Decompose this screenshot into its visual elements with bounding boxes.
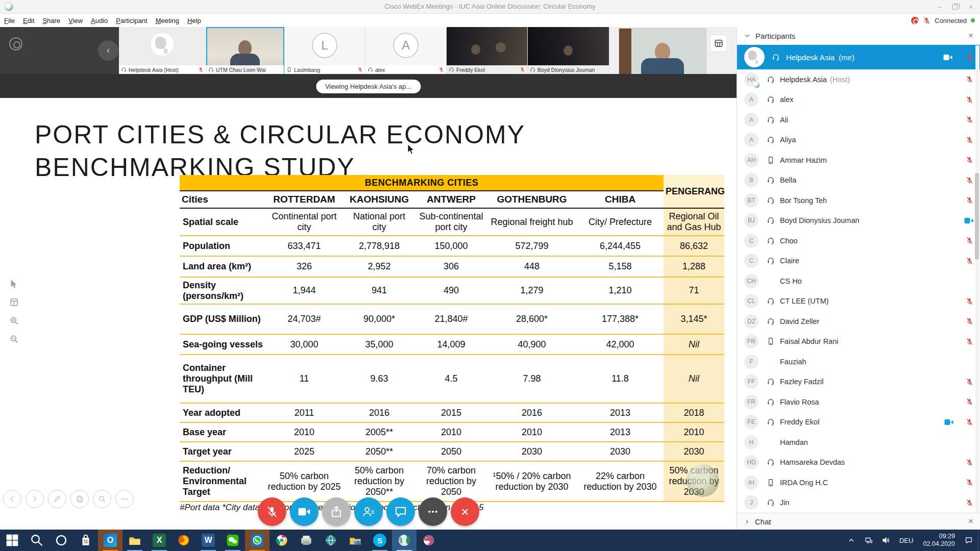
muted-mic-icon[interactable] bbox=[966, 459, 973, 466]
back-button[interactable] bbox=[3, 490, 21, 508]
participant-row[interactable]: CHCS Ho bbox=[737, 271, 980, 291]
video-tile-3[interactable]: LLasimbang bbox=[284, 27, 365, 74]
pages-button[interactable] bbox=[70, 490, 89, 508]
video-tile-4[interactable]: Aalex bbox=[365, 27, 447, 74]
muted-mic-icon[interactable] bbox=[966, 297, 973, 305]
taskbar-firefox[interactable] bbox=[172, 530, 196, 551]
taskbar-outlook[interactable]: O bbox=[98, 530, 122, 551]
tray-expand-button[interactable] bbox=[843, 530, 860, 551]
video-tile-6[interactable]: Boyd Dionysius Jouman bbox=[528, 27, 609, 74]
participant-row[interactable]: FRFaisal Abdur Rani bbox=[737, 332, 980, 352]
camera-button[interactable] bbox=[290, 497, 318, 526]
participant-row[interactable]: IHIRDA Ong H.C bbox=[737, 472, 980, 493]
chat-close-icon[interactable]: × bbox=[968, 516, 973, 527]
video-tile-1[interactable]: Helpdesk Asia (Host) bbox=[119, 27, 206, 74]
muted-mic-icon[interactable] bbox=[966, 479, 973, 486]
participant-row[interactable]: HDHamsareka Devdas bbox=[737, 453, 980, 473]
participant-row[interactable]: BTBor Tsong Teh bbox=[737, 190, 980, 211]
muted-mic-icon[interactable] bbox=[966, 156, 973, 164]
volume-icon[interactable] bbox=[877, 530, 895, 551]
active-speaker-video[interactable] bbox=[619, 28, 706, 81]
participant-row[interactable]: DZDavid Zeller bbox=[737, 311, 980, 332]
video-tile-2[interactable]: UTM Chau Loon Wai bbox=[206, 27, 284, 74]
muted-mic-icon[interactable] bbox=[966, 136, 973, 144]
participant-row[interactable]: HHamdan bbox=[737, 432, 980, 453]
show-desktop-button[interactable] bbox=[977, 530, 980, 551]
video-tile-5[interactable]: Freddy Ekol bbox=[447, 27, 528, 74]
taskbar-internet[interactable] bbox=[318, 530, 343, 551]
share-button[interactable] bbox=[322, 497, 351, 526]
magnifier-button[interactable] bbox=[93, 490, 111, 508]
menu-view[interactable]: View bbox=[64, 17, 87, 24]
participant-row[interactable]: CChoo bbox=[737, 231, 980, 251]
participants-close-icon[interactable]: × bbox=[968, 31, 973, 41]
participant-row[interactable]: CClaire bbox=[737, 251, 980, 271]
minimize-button[interactable]: – bbox=[938, 3, 941, 11]
participant-row[interactable]: FFFazley Fadzil bbox=[737, 372, 980, 392]
muted-mic-icon[interactable] bbox=[966, 378, 973, 386]
muted-mic-icon[interactable] bbox=[966, 338, 973, 345]
collapse-strip-button[interactable]: ‹ bbox=[98, 40, 118, 61]
muted-mic-icon[interactable] bbox=[966, 418, 973, 426]
taskbar-whatsapp[interactable] bbox=[245, 530, 270, 551]
end-meeting-button[interactable]: × bbox=[451, 497, 479, 526]
clock[interactable]: 09:29 02.04.2020 bbox=[918, 533, 960, 548]
participants-button[interactable] bbox=[354, 497, 383, 526]
chat-button[interactable] bbox=[386, 497, 415, 526]
participant-row[interactable]: AAliya bbox=[737, 130, 980, 151]
camera-icon[interactable] bbox=[944, 419, 953, 425]
muted-mic-icon[interactable] bbox=[966, 177, 973, 184]
taskbar-word[interactable]: W bbox=[196, 530, 220, 551]
participant-row[interactable]: HAHelpdesk Asia(Host) bbox=[737, 69, 980, 90]
taskbar-webex[interactable] bbox=[392, 530, 416, 551]
participant-row[interactable]: FFauziah bbox=[737, 352, 980, 372]
participants-scrollbar[interactable] bbox=[975, 45, 979, 513]
menu-help[interactable]: Help bbox=[183, 17, 205, 24]
taskbar-cortana[interactable] bbox=[49, 530, 74, 551]
chat-section-header[interactable]: Chat × bbox=[737, 513, 980, 530]
close-button[interactable]: × bbox=[969, 3, 973, 11]
taskbar-start[interactable] bbox=[0, 530, 24, 551]
taskbar-skype[interactable]: S bbox=[368, 530, 392, 551]
taskbar-paint3d[interactable] bbox=[416, 530, 441, 551]
muted-mic-icon[interactable] bbox=[966, 54, 973, 61]
participant-row[interactable]: AHAmmar Hazim bbox=[737, 150, 980, 170]
participant-row[interactable]: BBella bbox=[737, 170, 980, 191]
menu-file[interactable]: File bbox=[0, 17, 19, 24]
taskbar-search[interactable] bbox=[24, 530, 49, 551]
apps-tool-button[interactable] bbox=[9, 297, 19, 307]
participant-row[interactable]: CLCT LEE (UTM) bbox=[737, 291, 980, 312]
muted-mic-icon[interactable] bbox=[966, 76, 973, 83]
participants-header[interactable]: Participants × bbox=[737, 27, 980, 45]
taskbar-fax[interactable] bbox=[294, 530, 318, 551]
layout-switch-button[interactable] bbox=[710, 35, 727, 52]
muted-mic-icon[interactable] bbox=[966, 499, 973, 507]
muted-mic-icon[interactable] bbox=[966, 398, 973, 406]
participant-row-me[interactable]: Helpdesk Asia (me) bbox=[737, 45, 980, 69]
mute-button[interactable] bbox=[258, 497, 286, 526]
muted-mic-icon[interactable] bbox=[923, 17, 930, 24]
taskbar-excel[interactable]: X bbox=[147, 530, 172, 551]
muted-mic-icon[interactable] bbox=[966, 96, 973, 104]
participant-row[interactable]: Aalex bbox=[737, 90, 980, 110]
muted-mic-icon[interactable] bbox=[966, 317, 973, 325]
taskbar-onedrive[interactable] bbox=[343, 530, 368, 551]
zoom-in-tool-button[interactable] bbox=[9, 316, 19, 325]
maximize-button[interactable] bbox=[952, 5, 958, 10]
more-button[interactable] bbox=[115, 490, 134, 508]
participant-row[interactable]: FRFlavio Rosa bbox=[737, 392, 980, 412]
menu-edit[interactable]: Edit bbox=[19, 17, 38, 24]
forward-button[interactable] bbox=[26, 490, 44, 508]
language-indicator[interactable]: DEU bbox=[895, 530, 918, 551]
taskbar-store[interactable] bbox=[74, 530, 98, 551]
participant-row[interactable]: JJin bbox=[737, 493, 980, 513]
taskbar-explorer[interactable] bbox=[122, 530, 147, 551]
participant-row[interactable]: BJBoyd Dionysius Jouman bbox=[737, 211, 980, 231]
scrollbar-thumb[interactable] bbox=[975, 173, 979, 260]
zoom-out-tool-button[interactable] bbox=[9, 334, 19, 344]
menu-audio[interactable]: Audio bbox=[87, 17, 112, 24]
more-button[interactable] bbox=[419, 497, 447, 526]
taskbar-chrome[interactable] bbox=[270, 530, 294, 551]
pointer-tool-button[interactable] bbox=[9, 279, 19, 289]
camera-icon[interactable] bbox=[964, 217, 973, 224]
